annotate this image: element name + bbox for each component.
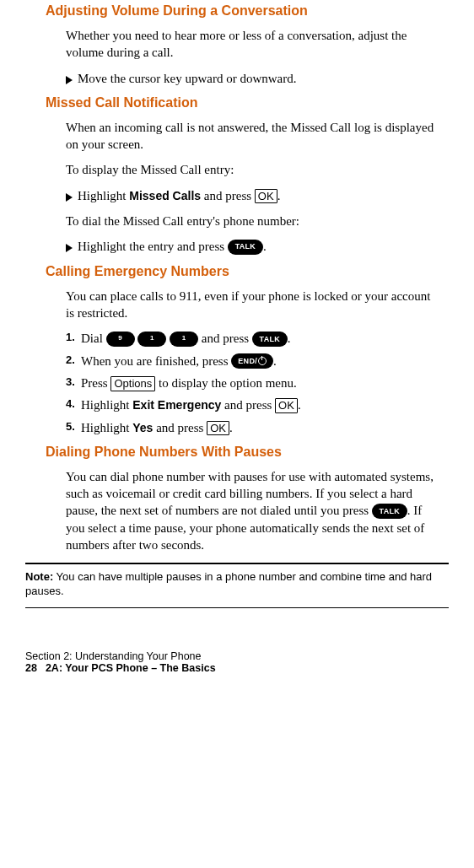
heading-missed-call: Missed Call Notification [46,95,440,111]
step-text: Press Options to display the option menu… [81,375,297,391]
step-number: 2. [66,353,78,370]
footer-chapter: 2A: Your PCS Phone – The Basics [46,662,216,674]
ok-key: OK [255,189,277,204]
section3-body: You can place calls to 911, even if your… [46,288,440,436]
ok-key: OK [275,398,298,413]
step-number: 1. [66,330,78,348]
step-4: 4. Highlight Exit Emergency and press OK… [66,396,440,413]
step-text: Highlight Yes and press OK. [81,419,233,436]
footer-line2: 282A: Your PCS Phone – The Basics [25,662,449,674]
para-emergency: You can place calls to 911, even if your… [66,288,440,322]
text-fragment: Dial [81,332,106,345]
footer-line1: Section 2: Understanding Your Phone [25,650,449,662]
text-fragment: . [298,398,301,412]
bold-exit-emergency: Exit Emergency [132,398,221,412]
text-fragment: and press [198,332,252,345]
para-dialing-pauses: You can dial phone number with pauses fo… [66,468,440,554]
step-number: 5. [66,419,78,436]
talk-key: TALK [228,240,263,255]
text-fragment: . [288,332,291,345]
text-fragment: Highlight [81,398,132,412]
text-fragment: . [273,354,277,368]
heading-adjust-volume: Adjusting Volume During a Conversation [46,3,440,19]
end-label: END/ [238,356,257,366]
triangle-icon [66,193,73,202]
note-label: Note: [25,570,53,583]
text-fragment: and press [201,189,255,202]
divider-bottom [25,607,449,608]
page-footer: Section 2: Understanding Your Phone 282A… [25,650,449,674]
step-text: When you are finished, press END/. [81,353,277,370]
text-fragment: When you are finished, press [81,354,231,368]
divider-top [25,563,449,564]
nine-key: 9 [106,332,135,347]
step-1: 1. Dial 9 1 1 and press TALK. [66,330,440,348]
one-key: 1 [170,332,198,347]
end-key: END/ [231,353,273,369]
step-3: 3. Press Options to display the option m… [66,375,440,391]
section4-body: You can dial phone number with pauses fo… [46,468,440,554]
main-content: Adjusting Volume During a Conversation W… [25,3,449,554]
bullet-text: Highlight Missed Calls and press OK. [78,187,280,204]
note-text: You can have multiple pauses in a phone … [25,570,432,598]
bold-yes: Yes [132,421,153,434]
step-text: Dial 9 1 1 and press TALK. [81,330,291,348]
text-fragment: and press [153,421,207,434]
talk-key: TALK [372,504,407,519]
power-icon [258,357,267,365]
emergency-steps: 1. Dial 9 1 1 and press TALK. 2. When yo… [66,330,440,436]
step-number: 4. [66,396,78,413]
triangle-icon [66,76,73,84]
para-missed-call-3: To dial the Missed Call entry's phone nu… [66,213,440,229]
text-fragment: Highlight the entry and press [78,240,228,253]
step-2: 2. When you are finished, press END/. [66,353,440,370]
options-key: Options [110,376,155,391]
step-5: 5. Highlight Yes and press OK. [66,419,440,436]
text-fragment: . [277,189,281,202]
section1-body: Whether you need to hear more or less of… [46,27,440,87]
talk-key: TALK [252,332,288,347]
heading-dialing-pauses: Dialing Phone Numbers With Pauses [46,445,440,460]
para-missed-call-1: When an incoming call is not answered, t… [66,119,440,154]
text-fragment: and press [221,398,275,412]
text-fragment: . [229,421,233,434]
document-page: Adjusting Volume During a Conversation W… [0,3,474,674]
bullet-move-cursor: Move the cursor key upward or downward. [66,70,440,87]
ok-key: OK [207,421,229,436]
bullet-text: Move the cursor key upward or downward. [78,70,297,87]
para-adjust-volume: Whether you need to hear more or less of… [66,27,440,62]
text-fragment: Highlight [78,189,129,202]
triangle-icon [66,244,73,252]
step-number: 3. [66,375,78,391]
heading-emergency: Calling Emergency Numbers [46,264,440,279]
text-fragment: . [263,240,267,253]
section2-body: When an incoming call is not answered, t… [46,119,440,256]
text-fragment: Highlight [81,421,132,434]
step-text: Highlight Exit Emergency and press OK. [81,396,301,413]
page-number: 28 [25,662,37,674]
one-key: 1 [137,332,166,347]
text-fragment: Press [81,376,110,390]
note-block: Note: You can have multiple pauses in a … [25,569,449,599]
para-missed-call-2: To display the Missed Call entry: [66,161,440,178]
text-fragment: to display the option menu. [155,376,296,390]
bold-missed-calls: Missed Calls [129,189,201,202]
bullet-text: Highlight the entry and press TALK. [78,238,267,256]
bullet-highlight-missed-calls: Highlight Missed Calls and press OK. [66,187,440,204]
bullet-highlight-entry: Highlight the entry and press TALK. [66,238,440,256]
